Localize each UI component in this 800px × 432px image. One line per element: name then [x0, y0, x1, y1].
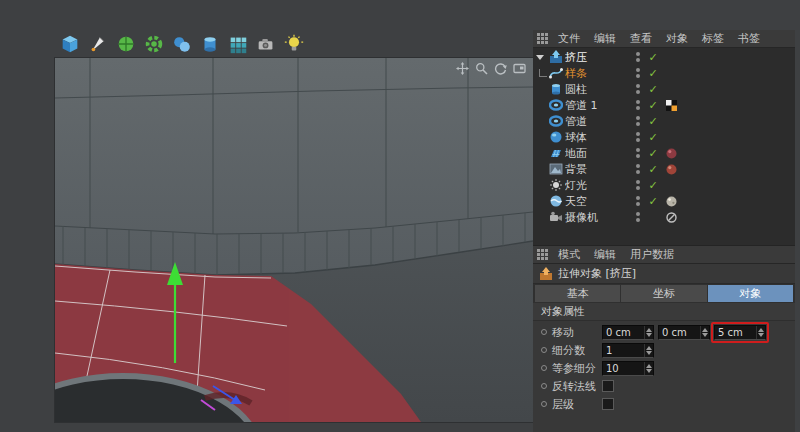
camera-object-icon — [547, 210, 565, 224]
rotate-icon[interactable] — [493, 61, 507, 75]
visibility-dots[interactable] — [631, 164, 645, 174]
modeling-gear-icon[interactable] — [141, 31, 166, 56]
stepper-icon[interactable] — [644, 362, 653, 375]
tab-coordinates[interactable]: 坐标 — [621, 285, 706, 302]
visibility-dots[interactable] — [631, 196, 645, 206]
cylinder-primitive-icon[interactable] — [197, 31, 222, 56]
object-row-spline[interactable]: 样条 ✓ — [533, 65, 795, 81]
tab-object[interactable]: 对象 — [708, 285, 793, 302]
array-grid-icon[interactable] — [225, 31, 250, 56]
visibility-dots[interactable] — [631, 132, 645, 142]
menu-object[interactable]: 对象 — [660, 30, 694, 48]
visibility-dots[interactable] — [631, 100, 645, 110]
enabled-check[interactable]: ✓ — [645, 83, 661, 96]
3d-viewport[interactable] — [55, 58, 533, 422]
property-row-subdivision: 细分数 1 — [533, 341, 795, 359]
menu-tags[interactable]: 标签 — [696, 30, 730, 48]
stepper-icon[interactable] — [700, 326, 709, 339]
visibility-dots[interactable] — [631, 148, 645, 158]
c4d-application-window: 文件 编辑 查看 对象 标签 书签 挤压 ✓ — [0, 0, 800, 432]
enabled-check[interactable]: ✓ — [645, 163, 661, 176]
visibility-dots[interactable] — [631, 116, 645, 126]
object-properties-header: 对象属性 — [533, 303, 795, 321]
material-tag-red[interactable] — [661, 164, 681, 175]
move-x-field[interactable]: 0 cm — [602, 325, 654, 340]
visibility-dots[interactable] — [631, 68, 645, 78]
sphere-icon — [547, 130, 565, 144]
visibility-dots[interactable] — [631, 212, 645, 222]
panel-grid-icon[interactable] — [537, 33, 548, 44]
enabled-check[interactable]: ✓ — [645, 147, 661, 160]
enabled-check[interactable]: ✓ — [645, 131, 661, 144]
panel-grid-icon[interactable] — [537, 249, 548, 260]
menu-view[interactable]: 查看 — [624, 30, 658, 48]
object-row-sphere[interactable]: 球体 ✓ — [533, 129, 795, 145]
visibility-dots[interactable] — [631, 180, 645, 190]
checker-material-tag[interactable] — [661, 100, 681, 111]
move-z-field[interactable]: 5 cm — [714, 325, 766, 340]
hierarchy-checkbox[interactable] — [602, 398, 614, 410]
material-tag-hdri[interactable] — [661, 196, 681, 207]
expander-icon[interactable] — [533, 55, 547, 60]
subdivision-field[interactable]: 1 — [602, 343, 654, 358]
cloner-spheres-icon[interactable] — [169, 31, 194, 56]
enabled-check[interactable]: ✓ — [645, 67, 661, 80]
attribute-title: 拉伸对象 [挤压] — [558, 266, 636, 281]
view-toggle-icon[interactable] — [512, 61, 526, 75]
spline-icon — [547, 66, 565, 80]
menu-file[interactable]: 文件 — [552, 30, 586, 48]
keyframe-dot-icon[interactable] — [541, 347, 547, 353]
camera-tool-icon[interactable] — [253, 31, 278, 56]
zoom-icon[interactable] — [474, 61, 488, 75]
tab-basic[interactable]: 基本 — [535, 285, 620, 302]
flip-normals-checkbox[interactable] — [602, 380, 614, 392]
enabled-check[interactable]: ✓ — [645, 179, 661, 192]
pen-icon — [87, 33, 109, 55]
object-row-floor[interactable]: 地面 ✓ — [533, 145, 795, 161]
menu-user-data[interactable]: 用户数据 — [624, 246, 680, 264]
enabled-check[interactable]: ✓ — [645, 195, 661, 208]
attribute-title-row: 拉伸对象 [挤压] — [533, 264, 795, 284]
move-y-field[interactable]: 0 cm — [658, 325, 710, 340]
stepper-icon[interactable] — [644, 326, 653, 339]
grid-icon — [227, 33, 249, 55]
viewport-wall — [55, 58, 533, 278]
light-icon — [547, 178, 565, 192]
keyframe-dot-icon[interactable] — [541, 401, 547, 407]
spline-pen-icon[interactable] — [85, 31, 110, 56]
enabled-check[interactable]: ✓ — [645, 115, 661, 128]
stepper-icon[interactable] — [756, 326, 765, 339]
object-row-extrude[interactable]: 挤压 ✓ — [533, 49, 795, 65]
menu-mode[interactable]: 模式 — [552, 246, 586, 264]
visibility-dots[interactable] — [631, 84, 645, 94]
menu-edit-attr[interactable]: 编辑 — [588, 246, 622, 264]
menu-edit[interactable]: 编辑 — [588, 30, 622, 48]
object-row-background[interactable]: 背景 ✓ — [533, 161, 795, 177]
protection-tag[interactable] — [661, 212, 681, 223]
background-icon — [547, 162, 565, 176]
keyframe-dot-icon[interactable] — [541, 383, 547, 389]
keyframe-dot-icon[interactable] — [541, 365, 547, 371]
stepper-icon[interactable] — [644, 344, 653, 357]
object-row-light[interactable]: 灯光 ✓ — [533, 177, 795, 193]
iso-subdivision-field[interactable]: 10 — [602, 361, 654, 376]
pan-icon[interactable] — [455, 61, 469, 75]
enabled-check[interactable]: ✓ — [645, 51, 661, 64]
visibility-dots[interactable] — [631, 52, 645, 62]
object-row-sky[interactable]: 天空 ✓ — [533, 193, 795, 209]
cylinder-icon — [199, 33, 221, 55]
cube-primitive-icon[interactable] — [57, 31, 82, 56]
subdivision-surface-icon[interactable] — [113, 31, 138, 56]
object-row-cylinder[interactable]: 圆柱 ✓ — [533, 81, 795, 97]
light-tool-icon[interactable] — [281, 31, 306, 56]
object-row-pipe[interactable]: 管道 ✓ — [533, 113, 795, 129]
object-row-pipe1[interactable]: 管道 1 ✓ — [533, 97, 795, 113]
cylinder-icon — [547, 82, 565, 96]
object-row-camera[interactable]: 摄像机 — [533, 209, 795, 224]
keyframe-dot-icon[interactable] — [541, 329, 547, 335]
viewport-scene — [55, 58, 533, 422]
right-panel: 文件 编辑 查看 对象 标签 书签 挤压 ✓ — [533, 30, 795, 422]
menu-bookmarks[interactable]: 书签 — [732, 30, 766, 48]
material-tag-red[interactable] — [661, 148, 681, 159]
enabled-check[interactable]: ✓ — [645, 99, 661, 112]
